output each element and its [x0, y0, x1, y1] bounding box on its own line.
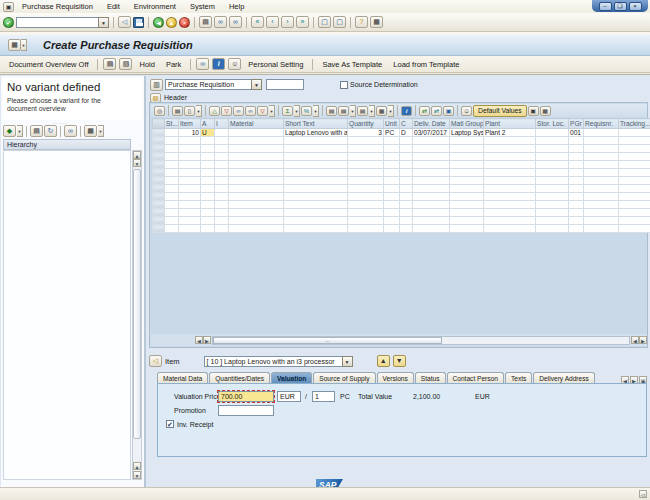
item-details-icon[interactable]: i [401, 106, 412, 116]
row-selector[interactable] [153, 225, 165, 233]
scroll-down-icon[interactable]: ▼ [133, 159, 141, 167]
col-unit[interactable]: Unit [384, 119, 400, 129]
export-icon[interactable]: ▤ [338, 106, 349, 116]
row-selector[interactable] [153, 193, 165, 201]
sum-icon[interactable]: Σ [282, 106, 293, 116]
customize-layout-icon[interactable]: ▦ [370, 16, 383, 28]
cancel-icon[interactable]: × [179, 17, 190, 28]
table-row[interactable] [153, 185, 650, 193]
system-menu-icon[interactable]: ▣ [3, 2, 14, 12]
default-values-button[interactable]: Default Values [473, 105, 527, 117]
next-item-button[interactable]: ▼ [393, 355, 406, 367]
col-i[interactable]: I [215, 119, 229, 129]
menu-help[interactable]: Help [223, 0, 250, 13]
row-selector[interactable] [153, 209, 165, 217]
default-values-icon[interactable]: ☺ [461, 106, 472, 116]
copy-document-icon[interactable]: ▧ [119, 58, 132, 70]
table-row[interactable] [153, 145, 650, 153]
export-dropdown-icon[interactable]: ▼ [350, 105, 356, 117]
hscroll-track[interactable]: – [212, 336, 630, 345]
copy-icon[interactable]: ▤ [30, 125, 43, 137]
table-row[interactable] [153, 201, 650, 209]
status-message-icon[interactable]: ◁ [639, 490, 647, 498]
cell-a[interactable]: U [201, 129, 215, 137]
col-stor-loc[interactable]: Stor. Loc. [536, 119, 569, 129]
grid-layout-dropdown-icon[interactable]: ▼ [388, 105, 394, 117]
sort-descending-icon[interactable]: ▽ [221, 106, 232, 116]
cell-unit[interactable]: PC [384, 129, 400, 137]
exchange2-icon[interactable]: ⇄ [431, 106, 442, 116]
grid-layout-icon[interactable]: ▦ [376, 106, 387, 116]
col-plant[interactable]: Plant [484, 119, 536, 129]
col-matl-group[interactable]: Matl Group [450, 119, 484, 129]
row-selector[interactable] [153, 145, 165, 153]
cell-quantity[interactable]: 3 [348, 129, 384, 137]
menu-purchase-requisition[interactable]: Purchase Requisition [16, 0, 99, 13]
messages-icon[interactable]: i [212, 58, 225, 70]
cell-short-text[interactable]: Laptop Lenovo with an i... [284, 129, 348, 137]
item-dropdown-icon[interactable]: ▼ [342, 356, 353, 367]
doc-type-dropdown-icon[interactable]: ▼ [251, 79, 262, 90]
col-requisnr[interactable]: Requisnr. [584, 119, 619, 129]
row-selector[interactable] [153, 153, 165, 161]
row-selector[interactable] [153, 169, 165, 177]
scroll-up-bottom-icon[interactable]: ▲ [133, 462, 141, 470]
help-icon[interactable]: ? [355, 16, 368, 28]
enter-icon[interactable]: ✔ [3, 17, 14, 28]
subtotal-dropdown-icon[interactable]: ▼ [313, 105, 319, 117]
services-dropdown-icon[interactable]: ▼ [21, 39, 27, 51]
item-selected-value[interactable]: [ 10 ] Laptop Lenovo with an i3 processo… [204, 356, 342, 367]
doc-type-value[interactable]: Purchase Requisition [165, 79, 251, 90]
sort-ascending-icon[interactable]: △ [209, 106, 220, 116]
row-selector[interactable] [153, 201, 165, 209]
row-selector[interactable] [153, 137, 165, 145]
full-screen-icon[interactable]: ▦ [540, 106, 551, 116]
cell-matl-group[interactable]: Laptop Sys... [450, 129, 484, 137]
set-filter-icon[interactable]: ▽ [257, 106, 268, 116]
row-selector[interactable] [153, 129, 165, 137]
next-page-icon[interactable]: › [281, 16, 294, 28]
table-row[interactable] [153, 169, 650, 177]
print-grid-icon[interactable]: ▤ [326, 106, 337, 116]
promotion-field[interactable] [218, 405, 274, 416]
col-material[interactable]: Material [229, 119, 284, 129]
restore-button[interactable]: ❏ [614, 2, 627, 11]
find-in-tree-icon[interactable]: ∞ [64, 125, 77, 137]
close-button[interactable]: × [629, 2, 642, 11]
find-next-row-icon[interactable]: ∞ [245, 106, 256, 116]
row-selector[interactable] [153, 185, 165, 193]
personal-setting-button[interactable]: Personal Setting [244, 58, 307, 71]
scroll-up-icon[interactable]: ▲ [133, 151, 141, 159]
load-from-template-button[interactable]: Load from Template [389, 58, 463, 71]
row-selector[interactable] [153, 177, 165, 185]
find-next-icon[interactable]: ∞ [229, 16, 242, 28]
find-icon[interactable]: ∞ [214, 16, 227, 28]
hierarchy-header[interactable]: Hierarchy [3, 139, 131, 150]
hscroll-thumb[interactable]: – [213, 337, 442, 344]
hscroll-left2-icon[interactable]: ◀ [631, 336, 639, 344]
create-shortcut-icon[interactable]: ▢ [333, 16, 346, 28]
change-layout-icon[interactable]: ▦ [84, 125, 97, 137]
graphic-icon[interactable]: ▣ [443, 106, 454, 116]
table-settings-icon[interactable]: ▣ [528, 106, 539, 116]
copy-row-icon[interactable]: ▤ [172, 106, 183, 116]
header-label[interactable]: Header [164, 94, 187, 101]
currency-field[interactable]: EUR [277, 391, 301, 402]
back-f3-icon[interactable]: ◀ [153, 17, 164, 28]
col-item[interactable]: Item [179, 119, 201, 129]
document-overview-button[interactable]: Document Overview Off [5, 58, 92, 71]
valuation-price-field[interactable]: 700.00 [218, 391, 274, 402]
save-as-template-button[interactable]: Save As Template [318, 58, 386, 71]
col-short-text[interactable]: Short Text [284, 119, 348, 129]
views-dropdown-icon[interactable]: ▼ [369, 105, 375, 117]
new-document-icon[interactable]: ▤ [103, 58, 116, 70]
row-selector[interactable] [153, 161, 165, 169]
table-row[interactable] [153, 209, 650, 217]
table-row[interactable] [153, 193, 650, 201]
table-row[interactable] [153, 225, 650, 233]
subtotal-icon[interactable]: % [301, 106, 312, 116]
park-button[interactable]: Park [162, 58, 185, 71]
row-selector[interactable] [153, 217, 165, 225]
personal-setting-icon[interactable]: ☺ [228, 58, 241, 70]
print-icon[interactable]: ▤ [199, 16, 212, 28]
